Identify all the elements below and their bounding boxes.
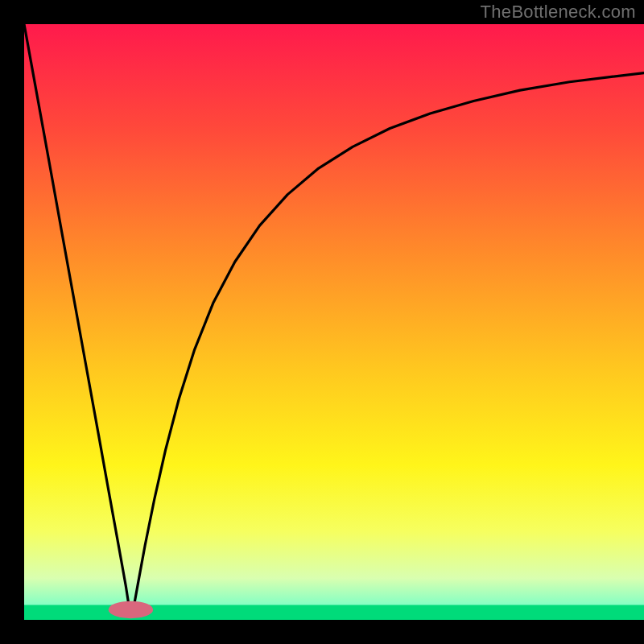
chart-frame: TheBottleneck.com xyxy=(0,0,644,644)
minimum-marker xyxy=(109,601,153,618)
watermark-label: TheBottleneck.com xyxy=(481,2,636,23)
plot-area xyxy=(24,24,644,620)
chart-svg xyxy=(24,24,644,620)
